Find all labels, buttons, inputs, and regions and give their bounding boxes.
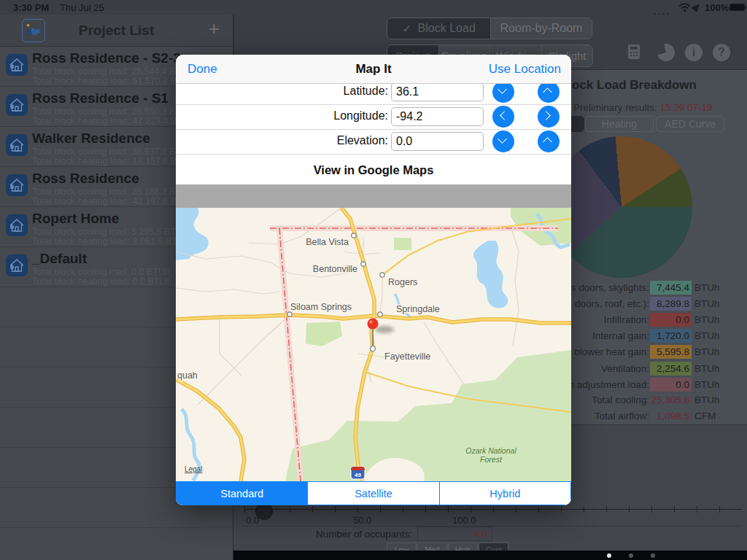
tab-room-by-room[interactable]: Room-by-Room	[491, 18, 592, 39]
status-bar: 3:30 PM Thu Jul 25 100%	[0, 0, 747, 15]
house-icon	[6, 54, 28, 76]
city-marker-springdale	[378, 312, 382, 316]
tab-aed-curve[interactable]: AED Curve	[656, 116, 724, 132]
slider-label-max: 100.0	[452, 515, 476, 526]
project-cooling: Total block cooling load: 26,550.3 BTUh	[32, 106, 193, 117]
collapsed-section-bar	[176, 184, 571, 208]
city-marker-fayetteville	[371, 346, 376, 351]
latitude-input[interactable]	[391, 82, 484, 101]
project-name: Ross Residence - S1	[32, 90, 169, 106]
view-in-google-maps-button[interactable]: View in Google Maps	[176, 154, 571, 184]
latitude-increase-button[interactable]	[538, 81, 560, 103]
map-type-satellite[interactable]: Satellite	[307, 481, 438, 505]
map-type-hybrid[interactable]: Hybrid	[439, 481, 571, 505]
page-dot	[651, 553, 655, 558]
help-icon[interactable]: ?	[713, 44, 730, 61]
checkmark-icon: ✓	[402, 22, 411, 36]
project-cooling: Total block cooling load: 25,544.4 BTUh	[32, 66, 193, 77]
pie-chart-icon[interactable]	[655, 42, 676, 63]
battery-percent: 100%	[705, 2, 729, 13]
map-type-standard[interactable]: Standard	[176, 481, 307, 505]
legal-link[interactable]: Legal	[185, 465, 202, 473]
mode-segmented-control: ✓ Block Load Room-by-Room	[387, 18, 592, 39]
city-label: Bentonville	[313, 264, 357, 274]
project-name: Ropert Home	[32, 211, 119, 227]
tab-heating[interactable]: Heating	[585, 116, 654, 132]
project-name: Ross Residence	[32, 171, 139, 187]
forest-label: Ozark National	[465, 446, 516, 455]
modal-navbar: Done Map It Use Location	[176, 55, 571, 84]
city-label: Rogers	[388, 277, 417, 287]
sidebar-header: Project List +	[0, 15, 233, 47]
use-location-button[interactable]: Use Location	[489, 62, 561, 77]
occupants-label: Number of occupants:	[241, 529, 412, 540]
map-type-segmented-control: Standard Satellite Hybrid	[176, 481, 571, 505]
map-canvas[interactable]: Bella Vista Bentonville Rogers Siloam Sp…	[176, 208, 571, 481]
elevation-decrease-button[interactable]	[492, 131, 514, 152]
load-breakdown-pie-chart	[551, 136, 692, 278]
house-icon	[6, 94, 28, 116]
slider-label-min: 0.0	[246, 515, 259, 526]
project-heating: Total block heating load: 0.0 BTUh	[32, 276, 171, 287]
project-heating: Total block heating load: 18,157.6 BTUh	[32, 156, 194, 166]
battery-icon	[729, 4, 745, 11]
longitude-label: Longitude:	[333, 109, 388, 122]
calculator-icon[interactable]	[625, 43, 643, 61]
divider	[176, 104, 571, 105]
house-icon	[6, 214, 28, 236]
elevation-increase-button[interactable]	[538, 131, 560, 152]
elevation-row: Elevation:	[176, 129, 571, 154]
project-name: Walker Residence	[32, 131, 150, 147]
wifi-icon	[678, 3, 691, 12]
latitude-label: Latitude:	[344, 85, 388, 98]
panel-title: Block Load Breakdown	[560, 78, 697, 93]
project-cooling: Total block cooling load: 28,186.2 BTUh	[32, 187, 193, 197]
location-services-icon	[692, 1, 703, 12]
city-label: Fayetteville	[384, 351, 430, 362]
city-marker-siloam-springs	[287, 312, 292, 316]
svg-text:49: 49	[355, 472, 361, 478]
page-indicator-bar	[233, 551, 747, 560]
add-project-button[interactable]: +	[209, 18, 220, 40]
longitude-decrease-button[interactable]	[492, 106, 514, 128]
longitude-increase-button[interactable]	[538, 106, 560, 128]
project-heating: Total block heating load: 51,570.8 BTUh	[32, 76, 194, 86]
project-heating: Total block heating load: 42,197.6 BTUh	[32, 196, 194, 206]
date: Thu Jul 25	[60, 2, 104, 13]
project-heating: Total block heating load: 3,061.5 BTUh	[32, 236, 189, 246]
longitude-input[interactable]	[391, 107, 484, 126]
info-icon[interactable]: i	[685, 44, 703, 61]
project-heating: Total block heating load: 47,229.4 BTUh	[32, 116, 194, 126]
elevation-input[interactable]	[391, 132, 484, 151]
elevation-label: Elevation:	[337, 134, 388, 147]
preliminary-results: Preliminary results: 15:29 07-19	[573, 102, 713, 113]
page-dot-active	[607, 553, 611, 558]
divider	[176, 129, 571, 130]
partial-city-label: quah	[177, 370, 198, 381]
occupants-field[interactable]: 4.0	[417, 526, 492, 541]
sidebar-title: Project List	[0, 23, 233, 39]
project-cooling: Total block cooling load: 36,937.1 BTUh	[32, 147, 193, 157]
tab-block-load[interactable]: ✓ Block Load	[387, 18, 491, 39]
interstate-49-shield: 49	[351, 467, 365, 479]
city-label: Springdale	[396, 304, 440, 314]
longitude-row: Longitude:	[176, 104, 571, 129]
slider-label-mid: 50.0	[353, 515, 371, 526]
city-marker-rogers	[380, 273, 384, 277]
house-icon	[6, 134, 28, 156]
results-timestamp: 15:29 07-19	[660, 102, 713, 113]
map-view[interactable]: Bella Vista Bentonville Rogers Siloam Sp…	[176, 208, 571, 481]
divider	[176, 154, 571, 155]
city-label: Siloam Springs	[290, 302, 352, 312]
city-label: Bella Vista	[306, 237, 349, 247]
house-icon	[6, 174, 28, 196]
forest-label: Forest	[480, 455, 503, 464]
project-name: _Default	[32, 251, 87, 267]
project-cooling: Total block cooling load: 0.0 BTUh	[32, 267, 170, 277]
project-name: Ross Residence - S2-3	[32, 50, 181, 66]
house-icon	[6, 254, 28, 276]
city-marker-bentonville	[361, 262, 365, 266]
latitude-decrease-button[interactable]	[492, 81, 514, 103]
clock: 3:30 PM	[13, 2, 49, 13]
slider-track	[244, 509, 742, 510]
